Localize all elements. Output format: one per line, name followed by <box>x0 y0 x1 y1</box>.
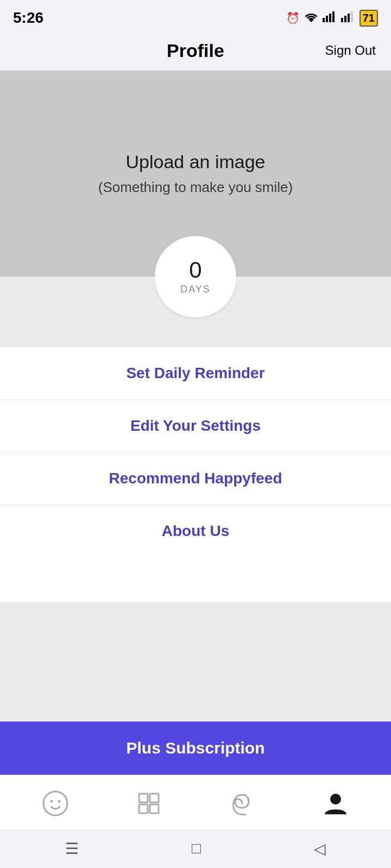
android-nav-bar: ☰ □ ◁ <box>0 829 391 868</box>
page-title: Profile <box>167 40 224 61</box>
svg-point-9 <box>51 800 53 802</box>
menu-item-edit-settings[interactable]: Edit Your Settings <box>0 400 391 452</box>
svg-rect-3 <box>332 11 335 22</box>
svg-point-15 <box>330 794 341 805</box>
plus-subscription-button[interactable]: Plus Subscription <box>0 722 391 775</box>
status-icons: ⏰ 71 <box>286 10 378 27</box>
menu-item-recommend[interactable]: Recommend Happyfeed <box>0 452 391 505</box>
back-button[interactable]: ◁ <box>314 840 326 858</box>
home-square-button[interactable]: □ <box>192 840 201 857</box>
days-count: 0 <box>189 259 201 282</box>
upload-title: Upload an image <box>125 151 265 173</box>
svg-rect-4 <box>341 18 343 22</box>
menu-label-set-daily-reminder: Set Daily Reminder <box>126 365 264 382</box>
signal-icon <box>323 11 337 25</box>
tab-home[interactable] <box>41 789 70 818</box>
svg-rect-12 <box>150 794 159 802</box>
tab-spiral[interactable] <box>228 789 256 818</box>
smiley-icon <box>41 789 70 818</box>
svg-rect-2 <box>329 14 331 22</box>
tab-bar <box>0 775 391 829</box>
svg-rect-13 <box>139 805 148 813</box>
days-section: 0 DAYS <box>0 277 391 347</box>
hamburger-button[interactable]: ☰ <box>65 840 79 858</box>
days-label: DAYS <box>180 284 211 295</box>
svg-rect-14 <box>150 805 159 813</box>
menu-item-about-us[interactable]: About Us <box>0 505 391 557</box>
menu-label-about-us: About Us <box>162 522 229 540</box>
grid-icon <box>135 789 163 818</box>
signal-icon-2 <box>341 11 355 25</box>
menu-item-set-daily-reminder[interactable]: Set Daily Reminder <box>0 347 391 400</box>
upload-subtitle: (Something to make you smile) <box>98 179 293 196</box>
menu-section: Set Daily Reminder Edit Your Settings Re… <box>0 347 391 602</box>
tab-profile[interactable] <box>321 789 350 818</box>
menu-label-recommend: Recommend Happyfeed <box>109 470 282 487</box>
status-time: 5:26 <box>13 9 43 27</box>
gray-spacer <box>0 602 391 722</box>
status-bar: 5:26 ⏰ <box>0 0 391 33</box>
profile-icon <box>321 789 350 818</box>
nav-bar: Profile Sign Out <box>0 33 391 71</box>
alarm-icon: ⏰ <box>286 11 300 24</box>
svg-point-8 <box>43 792 67 815</box>
battery-icon: 71 <box>360 10 378 27</box>
svg-rect-5 <box>344 16 346 22</box>
svg-rect-11 <box>139 794 148 802</box>
sign-out-button[interactable]: Sign Out <box>325 43 376 58</box>
tab-grid[interactable] <box>135 789 163 818</box>
days-badge: 0 DAYS <box>155 236 236 317</box>
svg-point-10 <box>58 800 61 802</box>
svg-rect-6 <box>348 14 350 22</box>
svg-rect-1 <box>326 16 328 22</box>
spiral-icon <box>228 789 256 818</box>
menu-label-edit-settings: Edit Your Settings <box>130 417 261 435</box>
svg-rect-0 <box>323 18 325 22</box>
svg-rect-7 <box>351 11 353 22</box>
wifi-icon <box>304 11 318 25</box>
